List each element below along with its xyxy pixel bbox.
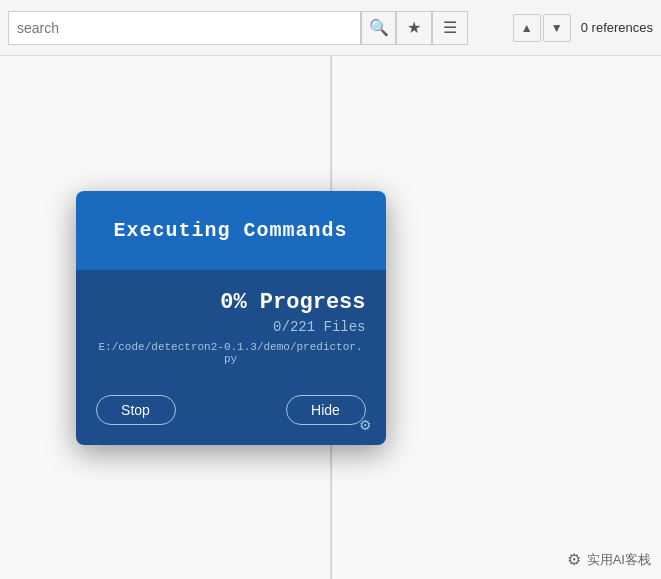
nav-up-button[interactable]: ▲	[513, 14, 541, 42]
watermark-label: 实用AI客栈	[587, 551, 651, 569]
bookmark-button[interactable]: ★	[396, 11, 432, 45]
watermark-icon: ⚙	[567, 550, 581, 569]
progress-files: 0/221 Files	[96, 319, 366, 335]
toolbar: 🔍 ★ ☰ ▲ ▼ 0 references	[0, 0, 661, 56]
stop-button[interactable]: Stop	[96, 395, 176, 425]
settings-icon: ⚙	[359, 417, 372, 433]
nav-up-icon: ▲	[521, 21, 533, 35]
main-area: Executing Commands 0% Progress 0/221 Fil…	[0, 56, 661, 579]
nav-arrows: ▲ ▼ 0 references	[513, 14, 653, 42]
modal-backdrop: Executing Commands 0% Progress 0/221 Fil…	[0, 56, 461, 579]
progress-path: E:/code/detectron2-0.1.3/demo/predictor.…	[96, 341, 366, 365]
executing-commands-dialog: Executing Commands 0% Progress 0/221 Fil…	[76, 191, 386, 445]
ref-count: 0 references	[581, 20, 653, 35]
bookmark-icon: ★	[407, 18, 421, 37]
search-button[interactable]: 🔍	[361, 11, 397, 45]
search-icon: 🔍	[369, 18, 389, 37]
filter-icon: ☰	[443, 18, 457, 37]
nav-down-icon: ▼	[551, 21, 563, 35]
hide-button[interactable]: Hide	[286, 395, 366, 425]
dialog-header: Executing Commands	[76, 191, 386, 270]
dialog-body: 0% Progress 0/221 Files E:/code/detectro…	[76, 270, 386, 395]
progress-percent: 0% Progress	[96, 290, 366, 315]
watermark: ⚙ 实用AI客栈	[567, 550, 651, 569]
search-input[interactable]	[8, 11, 361, 45]
dialog-title: Executing Commands	[96, 219, 366, 242]
dialog-footer: Stop Hide	[76, 395, 386, 445]
nav-down-button[interactable]: ▼	[543, 14, 571, 42]
filter-button[interactable]: ☰	[432, 11, 468, 45]
search-container: 🔍 ★ ☰	[8, 11, 468, 45]
